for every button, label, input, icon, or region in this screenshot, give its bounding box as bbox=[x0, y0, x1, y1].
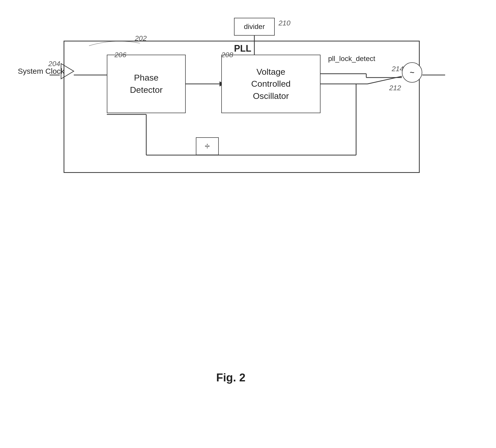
figure-label: Fig. 2 bbox=[216, 371, 245, 384]
phase-detector-box: PhaseDetector bbox=[107, 55, 186, 113]
vco-label: VoltageControlledOscillator bbox=[251, 66, 291, 102]
phase-detector-label: PhaseDetector bbox=[130, 72, 163, 96]
oscillator-symbol: ~ bbox=[402, 62, 422, 83]
label-208: 208 bbox=[221, 51, 233, 59]
pll-label: PLL bbox=[234, 43, 251, 54]
label-212: 212 bbox=[389, 84, 401, 92]
label-206: 206 bbox=[114, 51, 126, 59]
pll-lock-detect-label: pll_lock_detect bbox=[328, 55, 375, 63]
label-210: 210 bbox=[279, 19, 290, 27]
division-box: ÷ bbox=[196, 137, 219, 155]
divider-box: divider bbox=[234, 18, 275, 36]
divider-label: divider bbox=[244, 23, 265, 31]
division-symbol: ÷ bbox=[205, 141, 210, 152]
oscillator-tilde: ~ bbox=[410, 68, 415, 77]
label-202: 202 bbox=[135, 34, 147, 42]
label-204: 204 bbox=[48, 60, 60, 68]
vco-box: VoltageControlledOscillator bbox=[221, 55, 320, 113]
